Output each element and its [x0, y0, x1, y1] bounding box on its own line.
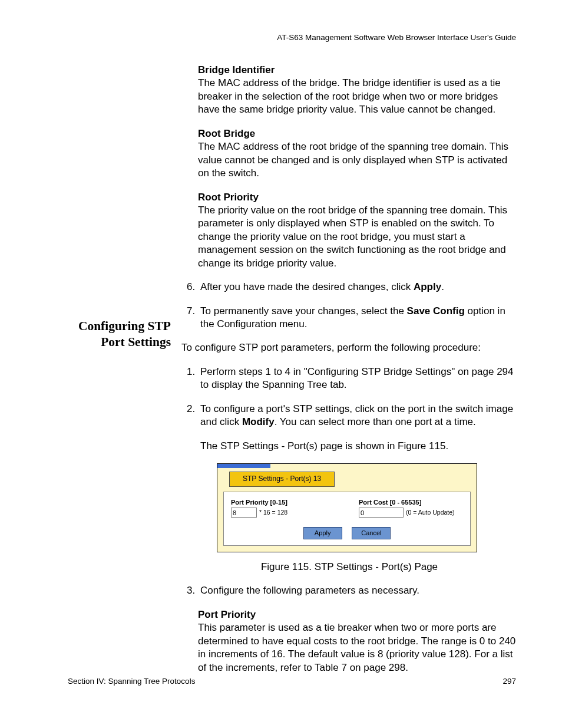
port-priority-group: Port Priority [0-15] * 16 = 128 [231, 498, 335, 518]
tab-stp-port-settings[interactable]: STP Settings - Port(s) 13 [229, 472, 335, 487]
window-titlebar [217, 464, 270, 468]
step-7: To permanently save your changes, select… [198, 305, 517, 331]
footer-page-number: 297 [503, 677, 516, 686]
def-title: Root Bridge [198, 127, 517, 140]
step-text: After you have made the desired changes,… [200, 281, 414, 292]
def-body: The priority value on the root bridge of… [198, 204, 517, 270]
port-priority-input[interactable] [231, 508, 257, 518]
step-text: . [441, 281, 444, 292]
port-priority-label: Port Priority [0-15] [231, 498, 335, 507]
def-body: The MAC address of the root bridge of th… [198, 140, 517, 180]
definition-bridge-identifier: Bridge Identifier The MAC address of the… [198, 64, 517, 117]
step-6: After you have made the desired changes,… [198, 281, 517, 294]
def-title: Root Priority [198, 191, 517, 204]
step-text: To permanently save your changes, select… [200, 305, 407, 317]
step-2: To configure a port's STP settings, clic… [198, 403, 517, 453]
definition-port-priority: Port Priority This parameter is used as … [198, 608, 517, 674]
step-3: Configure the following parameters as ne… [198, 584, 517, 597]
procedure-steps-lower-cont: Configure the following parameters as ne… [181, 584, 517, 597]
procedure-steps-lower: Perform steps 1 to 4 in "Configuring STP… [181, 365, 517, 453]
step-text: . You can select more than one port at a… [275, 416, 476, 427]
intro-text: To configure STP port parameters, perfor… [181, 341, 517, 354]
apply-label: Apply [414, 281, 441, 292]
def-body: The MAC address of the bridge. The bridg… [198, 77, 517, 116]
section-heading: Configuring STP Port Settings [68, 318, 171, 350]
def-title: Port Priority [198, 608, 517, 621]
figure-caption: Figure 115. STP Settings - Port(s) Page [181, 561, 517, 574]
def-title: Bridge Identifier [198, 64, 517, 77]
port-cost-input[interactable] [359, 508, 404, 518]
figure-stp-port-settings: STP Settings - Port(s) 13 Port Priority … [217, 463, 477, 552]
port-cost-label: Port Cost [0 - 65535] [359, 498, 463, 507]
cancel-button[interactable]: Cancel [352, 527, 391, 539]
header-guide-title: AT-S63 Management Software Web Browser I… [277, 33, 516, 42]
footer-section: Section IV: Spanning Tree Protocols [68, 677, 195, 686]
step-2-followup: The STP Settings - Port(s) page is shown… [200, 440, 517, 453]
definition-root-bridge: Root Bridge The MAC address of the root … [198, 127, 517, 180]
apply-button[interactable]: Apply [303, 527, 342, 539]
port-priority-suffix: * 16 = 128 [259, 509, 287, 517]
procedure-steps-upper: After you have made the desired changes,… [181, 281, 517, 331]
port-cost-suffix: (0 = Auto Update) [406, 509, 455, 517]
save-config-label: Save Config [407, 305, 465, 317]
port-cost-group: Port Cost [0 - 65535] (0 = Auto Update) [359, 498, 463, 518]
step-1: Perform steps 1 to 4 in "Configuring STP… [198, 365, 517, 392]
def-body: This parameter is used as a tie breaker … [198, 621, 517, 674]
modify-label: Modify [242, 416, 275, 427]
definition-root-priority: Root Priority The priority value on the … [198, 191, 517, 271]
